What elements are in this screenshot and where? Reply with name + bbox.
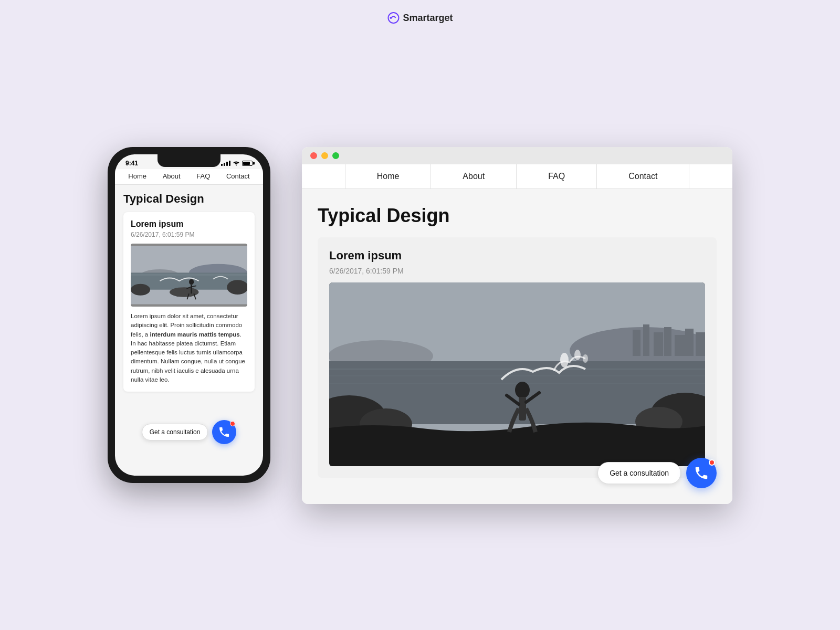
svg-point-10 [189, 279, 194, 285]
svg-rect-23 [675, 335, 685, 356]
browser-article-card: Lorem ipsum 6/26/2017, 6:01:59 PM [318, 237, 717, 478]
phone-nav-contact[interactable]: Contact [226, 172, 250, 180]
phone-nav-faq[interactable]: FAQ [196, 172, 210, 180]
svg-point-36 [574, 350, 581, 360]
svg-rect-22 [664, 327, 671, 356]
phone-article-card: Lorem ipsum 6/26/2017, 6:01:59 PM [123, 212, 255, 392]
svg-rect-24 [685, 329, 694, 356]
svg-point-8 [227, 280, 247, 295]
phone-time: 9:41 [125, 160, 138, 167]
browser-cta-bubble[interactable]: Get a consultation [597, 462, 681, 484]
signal-bar-4 [229, 161, 230, 166]
browser-page-content: Typical Design Lorem ipsum 6/26/2017, 6:… [302, 189, 732, 504]
browser-navbar: Home About FAQ Contact [302, 164, 732, 189]
browser-nav-home[interactable]: Home [345, 164, 432, 188]
phone-card-bold-text: interdum mauris mattis tempus [150, 331, 239, 338]
browser-card-image [329, 282, 705, 466]
phone-nav-home[interactable]: Home [128, 172, 146, 180]
browser-nav-faq[interactable]: FAQ [517, 164, 597, 188]
browser-mockup: Home About FAQ Contact Typical Design Lo… [302, 147, 732, 504]
signal-bar-3 [226, 162, 228, 166]
phone-notch [158, 154, 220, 167]
browser-nav-about[interactable]: About [431, 164, 517, 188]
phone-page-title: Typical Design [123, 192, 255, 206]
phone-card-image [131, 244, 247, 307]
phone-status-right [221, 160, 253, 167]
svg-point-7 [131, 284, 150, 296]
phone-navbar: Home About FAQ Contact [115, 169, 263, 185]
browser-cta-notification-dot [709, 459, 715, 466]
phone-cta-bubble[interactable]: Get a consultation [142, 424, 208, 440]
phone-cta-notification-dot [230, 421, 235, 426]
brand-name: Smartarget [403, 13, 453, 24]
phone-cta-area: Get a consultation [115, 420, 263, 444]
browser-cta-area: Get a consultation [597, 458, 717, 488]
browser-minimize-button[interactable] [321, 152, 328, 159]
svg-point-37 [583, 354, 588, 363]
browser-page-title: Typical Design [318, 205, 717, 227]
browser-phone-icon [694, 465, 709, 481]
phone-cta-button[interactable] [212, 420, 236, 444]
phone-icon [218, 426, 230, 438]
browser-titlebar [302, 147, 732, 164]
svg-rect-19 [633, 330, 640, 356]
browser-card-date: 6/26/2017, 6:01:59 PM [329, 267, 705, 275]
svg-rect-6 [131, 274, 247, 276]
wifi-icon [233, 160, 240, 167]
battery-icon [242, 161, 253, 166]
signal-bar-2 [224, 163, 225, 166]
signal-bars-icon [221, 161, 230, 166]
mockups-container: 9:41 Hom [108, 147, 732, 504]
phone-card-title: Lorem ipsum [131, 219, 247, 229]
browser-close-button[interactable] [310, 152, 317, 159]
svg-point-35 [560, 353, 569, 368]
phone-card-body-text2: . In hac habitasse platea dictumst. Etia… [131, 331, 245, 383]
phone-card-date: 6/26/2017, 6:01:59 PM [131, 231, 247, 238]
signal-bar-1 [221, 164, 223, 166]
svg-point-38 [515, 382, 530, 398]
phone-page-content: Typical Design Lorem ipsum 6/26/2017, 6:… [115, 185, 263, 399]
svg-rect-21 [654, 332, 663, 356]
brand-logo: Smartarget [387, 12, 453, 24]
logo-icon [387, 12, 400, 24]
phone-nav-about[interactable]: About [163, 172, 181, 180]
svg-rect-25 [696, 332, 705, 356]
svg-point-1 [390, 17, 392, 19]
battery-fill [243, 162, 250, 165]
phone-screen: 9:41 Hom [115, 154, 263, 476]
browser-card-title: Lorem ipsum [329, 249, 705, 262]
browser-nav-contact[interactable]: Contact [597, 164, 689, 188]
phone-card-body: Lorem ipsum dolor sit amet, consectetur … [131, 312, 247, 384]
browser-maximize-button[interactable] [332, 152, 339, 159]
svg-rect-39 [519, 397, 526, 421]
browser-cta-button[interactable] [686, 458, 717, 488]
svg-rect-20 [643, 324, 649, 356]
phone-mockup: 9:41 Hom [108, 147, 270, 483]
